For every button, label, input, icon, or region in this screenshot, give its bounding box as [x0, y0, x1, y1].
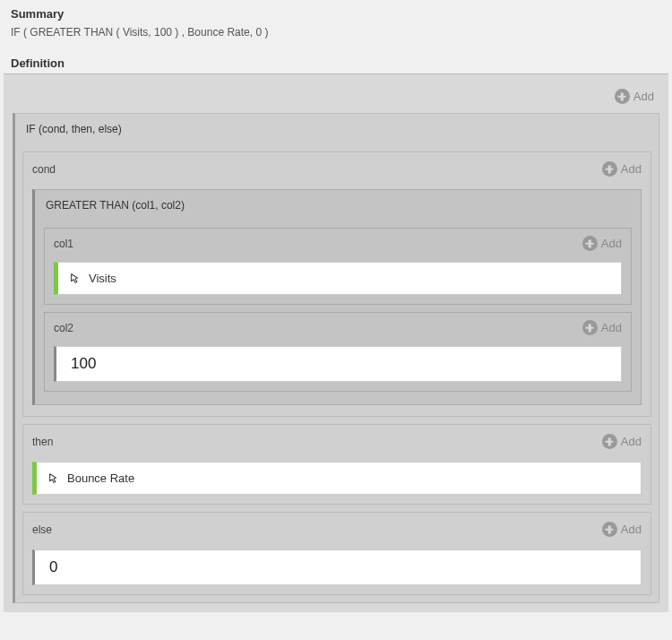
- plus-icon: [582, 236, 598, 251]
- cond-branch: cond Add GREATER THAN (col1, col2) col1 …: [22, 151, 651, 417]
- add-button-col2[interactable]: Add: [582, 320, 622, 335]
- else-branch: else Add: [22, 512, 651, 595]
- if-block[interactable]: IF (cond, then, else) cond Add GREATER T…: [13, 113, 659, 603]
- plus-icon: [602, 522, 617, 537]
- plus-icon: [602, 434, 617, 449]
- greater-than-block[interactable]: GREATER THAN (col1, col2) col1 Add: [32, 189, 642, 405]
- metric-icon: [69, 272, 82, 285]
- cond-label: cond: [32, 163, 56, 176]
- then-branch: then Add Bounce Rate: [22, 424, 651, 505]
- col2-label: col2: [54, 322, 73, 334]
- summary-expression: IF ( GREATER THAN ( Visits, 100 ) , Boun…: [0, 24, 672, 49]
- add-button-then[interactable]: Add: [602, 434, 642, 449]
- col2-block: col2 Add: [44, 312, 632, 392]
- greater-than-header: GREATER THAN (col1, col2): [35, 190, 641, 221]
- if-header: IF (cond, then, else): [15, 114, 659, 144]
- metric-icon: [47, 472, 60, 485]
- then-value-row[interactable]: Bounce Rate: [32, 462, 642, 495]
- col1-value: Visits: [89, 272, 116, 285]
- add-button-col1[interactable]: Add: [582, 236, 622, 251]
- then-label: then: [32, 436, 53, 448]
- plus-icon: [615, 89, 630, 104]
- add-button-root[interactable]: Add: [615, 89, 654, 104]
- col1-block: col1 Add Visits: [44, 228, 632, 305]
- add-button-cond[interactable]: Add: [602, 161, 642, 177]
- add-label: Add: [621, 162, 642, 176]
- add-label: Add: [601, 237, 622, 250]
- plus-icon: [602, 161, 617, 177]
- col1-label: col1: [54, 238, 73, 250]
- plus-icon: [582, 320, 598, 335]
- else-value-row[interactable]: [32, 549, 642, 585]
- add-label: Add: [621, 523, 642, 536]
- add-button-else[interactable]: Add: [602, 522, 642, 537]
- add-label: Add: [621, 435, 642, 448]
- summary-heading: Summary: [0, 0, 672, 24]
- else-label: else: [32, 523, 52, 536]
- then-value: Bounce Rate: [67, 471, 134, 485]
- col1-value-row[interactable]: Visits: [54, 262, 622, 295]
- else-number-input[interactable]: [46, 558, 630, 576]
- definition-heading: Definition: [0, 49, 672, 74]
- add-label: Add: [601, 321, 622, 334]
- col2-value-row[interactable]: [54, 346, 622, 382]
- add-label: Add: [633, 90, 654, 103]
- col2-number-input[interactable]: [67, 355, 610, 373]
- definition-canvas: Add IF (cond, then, else) cond Add GREAT…: [4, 74, 668, 612]
